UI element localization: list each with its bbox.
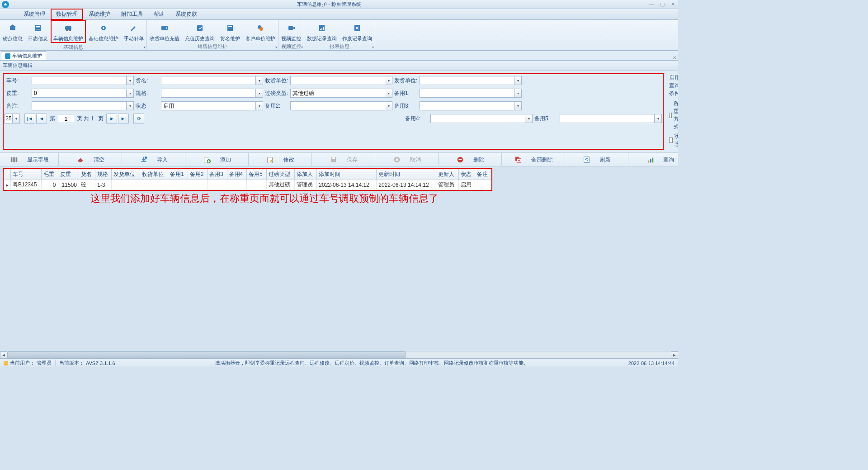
scroll-right-button[interactable]: ► <box>671 351 678 358</box>
form-input[interactable] <box>32 76 127 85</box>
reload-button[interactable]: ⟳ <box>133 114 144 123</box>
menu-item-5[interactable]: 系统皮肤 <box>170 9 203 20</box>
last-page-button[interactable]: ►| <box>118 114 129 123</box>
dropdown-icon[interactable]: ▾ <box>256 101 263 110</box>
dropdown-icon[interactable]: ▾ <box>127 89 134 98</box>
column-header[interactable]: 备用3 <box>208 169 227 180</box>
column-header[interactable]: 毛重 <box>42 169 58 180</box>
action-eraser[interactable]: 清空 <box>59 153 122 166</box>
dropdown-icon[interactable]: ▾ <box>514 89 522 98</box>
dropdown-icon[interactable]: ▾ <box>514 76 522 85</box>
menu-item-4[interactable]: 帮助 <box>148 9 170 20</box>
ribbon-btn-pencil[interactable]: 手动补单 <box>121 20 146 43</box>
column-header[interactable]: 车号 <box>11 169 42 180</box>
ribbon-btn-gear[interactable]: 基础信息维护 <box>86 20 121 43</box>
first-page-button[interactable]: |◄ <box>24 114 35 123</box>
action-search[interactable]: 查询 <box>628 153 678 166</box>
form-input[interactable] <box>161 101 256 110</box>
column-header[interactable]: 更新时间 <box>377 169 436 180</box>
dropdown-icon[interactable]: ▾ <box>655 114 662 123</box>
dropdown-icon[interactable]: ▾ <box>385 101 392 110</box>
menu-item-3[interactable]: 附加工具 <box>116 9 148 20</box>
scroll-thumb[interactable] <box>7 351 406 358</box>
column-header[interactable]: 皮重 <box>58 169 79 180</box>
horizontal-scrollbar[interactable]: ◄ ► <box>0 351 678 358</box>
ribbon-btn-log[interactable]: 日志信息 <box>25 20 51 43</box>
ribbon-group-expand-icon[interactable]: ▾ <box>372 45 374 49</box>
form-input[interactable] <box>420 101 514 110</box>
table-row[interactable]: ▸粤B12345011500砼1-3其他过磅管理员2022-06-13 14:1… <box>4 180 491 190</box>
menu-item-0[interactable]: 系统管理 <box>18 9 51 20</box>
dropdown-icon[interactable]: ▾ <box>514 101 522 110</box>
dropdown-icon[interactable]: ▾ <box>525 114 533 123</box>
checkbox-icon[interactable] <box>669 138 673 143</box>
menu-item-2[interactable]: 系统维护 <box>83 9 116 20</box>
ribbon-group-expand-icon[interactable]: ▾ <box>301 45 303 49</box>
ribbon-btn-camera[interactable]: 视频监控 <box>278 20 304 42</box>
column-header[interactable]: 添加人 <box>295 169 317 180</box>
column-header[interactable]: 发货单位 <box>112 169 140 180</box>
column-header[interactable]: 备用4 <box>227 169 246 180</box>
ribbon-group-expand-icon[interactable]: ▾ <box>275 45 277 49</box>
form-input[interactable] <box>560 114 655 123</box>
form-input[interactable] <box>161 76 256 85</box>
dropdown-icon[interactable]: ▾ <box>385 89 392 98</box>
form-input[interactable] <box>32 89 127 98</box>
action-edit[interactable]: 修改 <box>249 153 312 166</box>
ribbon-btn-home[interactable]: 磅点信息 <box>0 20 25 43</box>
dropdown-icon[interactable]: ▾ <box>127 101 134 110</box>
prev-page-button[interactable]: ◄ <box>36 114 47 123</box>
form-input[interactable] <box>32 101 127 110</box>
column-header[interactable]: 过磅类型 <box>266 169 294 180</box>
tab-close-button[interactable]: ✕ <box>673 55 678 60</box>
column-header[interactable]: 状态 <box>458 169 475 180</box>
page-input[interactable] <box>58 114 74 123</box>
scroll-track[interactable] <box>7 351 671 358</box>
form-input[interactable] <box>430 114 525 123</box>
column-header[interactable]: 备用2 <box>188 169 207 180</box>
ribbon-btn-vehicle[interactable]: 车辆信息维护 <box>51 20 86 43</box>
dropdown-icon[interactable]: ▾ <box>385 76 392 85</box>
check-row-0[interactable]: 称重方式 <box>669 100 678 131</box>
action-delete-all[interactable]: 全部删除 <box>502 153 565 166</box>
column-header[interactable]: 备用5 <box>247 169 266 180</box>
column-header[interactable]: 更新人 <box>436 169 458 180</box>
ribbon-btn-price[interactable]: 客户单价维护 <box>243 20 278 42</box>
ribbon-group-expand-icon[interactable]: ▾ <box>144 45 146 49</box>
ribbon-btn-goods[interactable]: 货名维护 <box>217 20 243 42</box>
dropdown-icon[interactable]: ▾ <box>256 89 263 98</box>
column-header[interactable]: 货名 <box>79 169 95 180</box>
ribbon-btn-wallet[interactable]: 收货单位充值 <box>147 20 182 42</box>
action-delete[interactable]: 删除 <box>439 153 502 166</box>
form-input[interactable] <box>161 89 256 98</box>
check-row-1[interactable]: 状态 <box>669 133 678 148</box>
maximize-button[interactable]: ▢ <box>659 1 666 7</box>
column-header[interactable]: 备用1 <box>168 169 188 180</box>
column-header[interactable]: 收货单位 <box>140 169 168 180</box>
menu-item-1[interactable]: 数据管理 <box>51 9 83 20</box>
form-input[interactable] <box>290 76 385 85</box>
scroll-left-button[interactable]: ◄ <box>0 351 7 358</box>
form-input[interactable] <box>290 101 385 110</box>
action-import[interactable]: 导入 <box>122 153 185 166</box>
action-refresh[interactable]: 刷新 <box>565 153 628 166</box>
tab-vehicle-info[interactable]: 车辆信息维护 <box>1 51 46 60</box>
ribbon-btn-history[interactable]: 充值历史查询 <box>182 20 217 42</box>
action-columns[interactable]: 显示字段 <box>0 153 59 166</box>
dropdown-icon[interactable]: ▾ <box>256 76 263 85</box>
checkbox-icon[interactable] <box>669 113 672 118</box>
column-header[interactable]: 备注 <box>475 169 491 180</box>
ribbon-btn-void[interactable]: 作废记录查询 <box>340 20 375 42</box>
column-header[interactable]: 添加时间 <box>317 169 377 180</box>
form-input[interactable] <box>420 89 514 98</box>
close-button[interactable]: ✕ <box>670 1 676 7</box>
minimize-button[interactable]: — <box>647 1 655 7</box>
column-header[interactable]: 规格 <box>95 169 112 180</box>
dropdown-icon[interactable]: ▾ <box>127 76 134 85</box>
ribbon-btn-report[interactable]: 数据记录查询 <box>304 20 340 42</box>
form-input[interactable] <box>290 89 385 98</box>
next-page-button[interactable]: ► <box>106 114 117 123</box>
page-size-combo[interactable]: 25▾ <box>5 114 20 123</box>
action-add[interactable]: 添加 <box>185 153 249 166</box>
form-input[interactable] <box>420 76 514 85</box>
